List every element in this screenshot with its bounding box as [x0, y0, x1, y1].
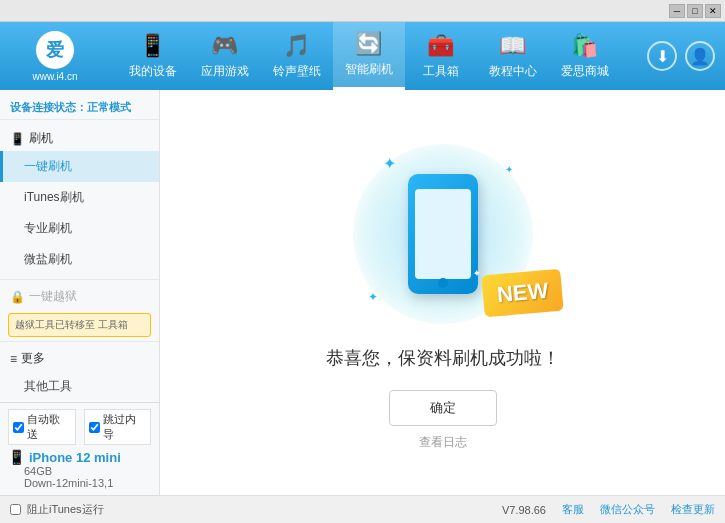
skip-wizard-checkbox[interactable]: 跳过内导 [84, 409, 152, 445]
wechat-link[interactable]: 微信公众号 [600, 502, 655, 517]
sidebar-section-jailbreak: 🔒 一键越狱 [0, 284, 159, 309]
sparkle-icon-1: ✦ [383, 154, 396, 173]
auto-dismiss-label: 自动歌送 [27, 412, 71, 442]
tutorial-icon: 📖 [499, 33, 526, 59]
smart-flash-icon: 🔄 [355, 31, 382, 57]
nav-item-apps-games[interactable]: 🎮 应用游戏 [189, 22, 261, 90]
sidebar-section-flash: 📱 刷机 [0, 126, 159, 151]
flash-section-label: 刷机 [29, 130, 53, 147]
device-phone-icon: 📱 [8, 449, 25, 465]
nav-item-mall-label: 爱思商城 [561, 63, 609, 80]
device-panel: 自动歌送 跳过内导 📱 iPhone 12 mini 64GB Down-12m… [0, 402, 160, 495]
minimize-button[interactable]: ─ [669, 4, 685, 18]
jailbreak-warning-box: 越狱工具已转移至 工具箱 [8, 313, 151, 337]
nav-item-ringtones-label: 铃声壁纸 [273, 63, 321, 80]
account-button[interactable]: 👤 [685, 41, 715, 71]
nav-right-buttons: ⬇ 👤 [647, 41, 715, 71]
sidebar-status: 设备连接状态：正常模式 [0, 96, 159, 120]
nav-items: 📱 我的设备 🎮 应用游戏 🎵 铃声壁纸 🔄 智能刷机 🧰 工具箱 📖 教程中心… [100, 22, 637, 90]
status-value: 正常模式 [87, 101, 131, 113]
confirm-button[interactable]: 确定 [389, 390, 497, 426]
download-button[interactable]: ⬇ [647, 41, 677, 71]
nav-item-tutorial[interactable]: 📖 教程中心 [477, 22, 549, 90]
sidebar-item-one-click-flash[interactable]: 一键刷机 [0, 151, 159, 182]
customer-service-link[interactable]: 客服 [562, 502, 584, 517]
bottom-right: V7.98.66 客服 微信公众号 检查更新 [502, 502, 715, 517]
new-badge-text: NEW [496, 278, 549, 308]
sidebar-item-itunes-flash[interactable]: iTunes刷机 [0, 182, 159, 213]
logo-icon: 爱 [36, 31, 74, 69]
dismiss-link[interactable]: 查看日志 [419, 434, 467, 451]
phone-home-button [438, 278, 448, 288]
mall-icon: 🛍️ [571, 33, 598, 59]
skip-wizard-input[interactable] [89, 422, 100, 433]
nav-item-mall[interactable]: 🛍️ 爱思商城 [549, 22, 621, 90]
window-controls[interactable]: ─ □ ✕ [669, 4, 721, 18]
top-nav: 爱 www.i4.cn 📱 我的设备 🎮 应用游戏 🎵 铃声壁纸 🔄 智能刷机 … [0, 22, 725, 90]
phone-body [408, 174, 478, 294]
phone-illustration: ✦ ✦ ✦ ✦ ✦ NEW [343, 134, 543, 334]
badge-sparkle-left: ✦ [473, 268, 482, 280]
auto-dismiss-input[interactable] [13, 422, 24, 433]
ringtones-icon: 🎵 [283, 33, 310, 59]
sparkle-icon-2: ✦ [505, 164, 513, 175]
more-section-label: 更多 [21, 350, 45, 367]
nav-item-my-device-label: 我的设备 [129, 63, 177, 80]
nav-item-my-device[interactable]: 📱 我的设备 [117, 22, 189, 90]
device-name-text: iPhone 12 mini [29, 450, 121, 465]
success-message: 恭喜您，保资料刷机成功啦！ [326, 346, 560, 370]
maximize-button[interactable]: □ [687, 4, 703, 18]
nav-item-smart-flash[interactable]: 🔄 智能刷机 [333, 22, 405, 90]
block-itunes-label: 阻止iTunes运行 [27, 502, 104, 517]
new-badge: ✦ ✦ NEW [481, 269, 564, 318]
device-storage: 64GB [24, 465, 151, 477]
nav-item-apps-games-label: 应用游戏 [201, 63, 249, 80]
pro-flash-label: 专业刷机 [24, 221, 72, 235]
other-tools-label: 其他工具 [24, 379, 72, 393]
one-click-flash-label: 一键刷机 [24, 159, 72, 173]
logo-area: 爱 www.i4.cn [10, 31, 100, 82]
status-label: 设备连接状态： [10, 101, 87, 113]
sidebar-item-pro-flash[interactable]: 专业刷机 [0, 213, 159, 244]
bottom-bar: 阻止iTunes运行 V7.98.66 客服 微信公众号 检查更新 [0, 495, 725, 523]
nav-item-toolbox[interactable]: 🧰 工具箱 [405, 22, 477, 90]
sidebar-divider-2 [0, 341, 159, 342]
my-device-icon: 📱 [139, 33, 166, 59]
phone-screen [415, 189, 471, 279]
sidebar-section-more: ≡ 更多 [0, 346, 159, 371]
sparkle-icon-3: ✦ [368, 290, 378, 304]
bottom-left: 阻止iTunes运行 [10, 502, 104, 517]
nav-item-toolbox-label: 工具箱 [423, 63, 459, 80]
jailbreak-warning-text: 越狱工具已转移至 工具箱 [15, 319, 128, 330]
badge-sparkle-right: ✦ [556, 262, 565, 274]
version-text: V7.98.66 [502, 504, 546, 516]
device-firmware: Down-12mini-13,1 [24, 477, 151, 489]
nav-item-ringtones[interactable]: 🎵 铃声壁纸 [261, 22, 333, 90]
close-button[interactable]: ✕ [705, 4, 721, 18]
device-name: 📱 iPhone 12 mini [8, 449, 151, 465]
itunes-flash-label: iTunes刷机 [24, 190, 84, 204]
auto-dismiss-checkbox[interactable]: 自动歌送 [8, 409, 76, 445]
check-update-link[interactable]: 检查更新 [671, 502, 715, 517]
content-area: ✦ ✦ ✦ ✦ ✦ NEW 恭喜您，保资料刷机成功啦！ 确定 查看日志 [160, 90, 725, 495]
nav-item-tutorial-label: 教程中心 [489, 63, 537, 80]
sidebar-item-downgrade-flash[interactable]: 微盐刷机 [0, 244, 159, 275]
device-panel-checkboxes: 自动歌送 跳过内导 [8, 409, 151, 445]
skip-wizard-label: 跳过内导 [103, 412, 147, 442]
jailbreak-lock-icon: 🔒 [10, 290, 25, 304]
logo-url: www.i4.cn [32, 71, 77, 82]
jailbreak-section-label: 一键越狱 [29, 288, 77, 305]
sidebar-divider-1 [0, 279, 159, 280]
title-bar: ─ □ ✕ [0, 0, 725, 22]
more-section-icon: ≡ [10, 352, 17, 366]
nav-item-smart-flash-label: 智能刷机 [345, 61, 393, 78]
apps-games-icon: 🎮 [211, 33, 238, 59]
downgrade-flash-label: 微盐刷机 [24, 252, 72, 266]
block-itunes-checkbox[interactable] [10, 504, 21, 515]
toolbox-icon: 🧰 [427, 33, 454, 59]
sidebar-item-other-tools[interactable]: 其他工具 [0, 371, 159, 402]
flash-section-icon: 📱 [10, 132, 25, 146]
